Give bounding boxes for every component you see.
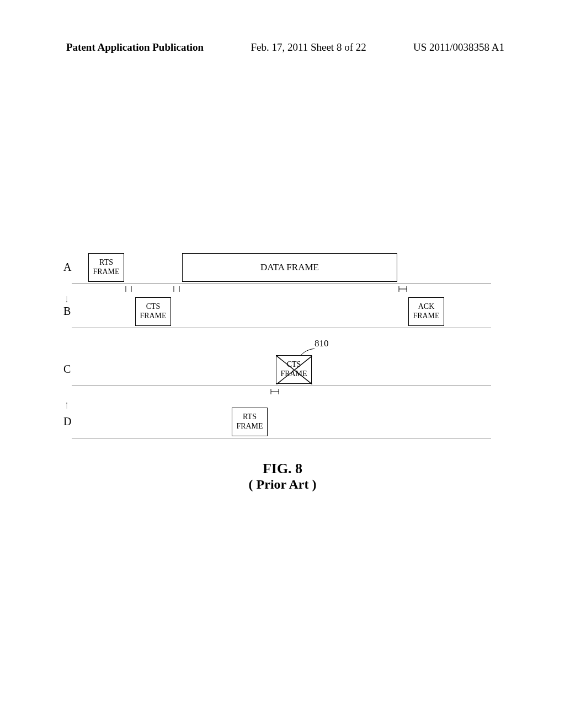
label-c: C — [63, 363, 71, 376]
header-date-sheet: Feb. 17, 2011 Sheet 8 of 22 — [250, 41, 366, 53]
row-node-d: D RTS FRAME — [72, 405, 491, 438]
label-d: D — [63, 415, 71, 428]
gap-marker-icon — [124, 285, 135, 295]
figure-caption: FIG. 8 ( Prior Art ) — [0, 461, 565, 492]
ack-frame-b: ACK FRAME — [408, 297, 444, 326]
svg-marker-1 — [66, 302, 67, 303]
cts-frame-text: CTS FRAME — [136, 302, 170, 321]
ack-frame-text: ACK FRAME — [409, 302, 444, 321]
rts-frame-text: RTS FRAME — [232, 413, 267, 431]
row-node-b: B CTS FRAME ACK FRAME — [72, 295, 491, 328]
data-frame-a: DATA FRAME — [182, 253, 397, 282]
gap-marker-icon — [269, 388, 281, 398]
rts-frame-text: RTS FRAME — [89, 258, 124, 277]
cts-frame-c-cancelled: CTS FRAME — [276, 355, 312, 384]
cts-frame-b: CTS FRAME — [135, 297, 171, 326]
data-frame-text: DATA FRAME — [183, 262, 397, 273]
rts-frame-a: RTS FRAME — [88, 253, 124, 282]
header-publication: Patent Application Publication — [66, 41, 204, 53]
label-b: B — [63, 305, 71, 318]
row-node-a: A RTS FRAME DATA FRAME — [72, 251, 491, 284]
rts-frame-d: RTS FRAME — [232, 408, 268, 436]
gap-marker-icon — [172, 285, 183, 295]
figure-subtitle: ( Prior Art ) — [0, 477, 565, 492]
timing-diagram: A RTS FRAME DATA FRAME B CTS FRAME ACK F… — [72, 251, 491, 455]
cts-frame-text: CTS FRAME — [276, 360, 311, 379]
label-a: A — [63, 261, 71, 274]
row-node-c: C CTS FRAME — [72, 353, 491, 386]
header-patent-number: US 2011/0038358 A1 — [413, 41, 504, 53]
figure-number: FIG. 8 — [0, 461, 565, 477]
gap-marker-icon — [397, 285, 409, 295]
page-header: Patent Application Publication Feb. 17, … — [0, 41, 565, 53]
